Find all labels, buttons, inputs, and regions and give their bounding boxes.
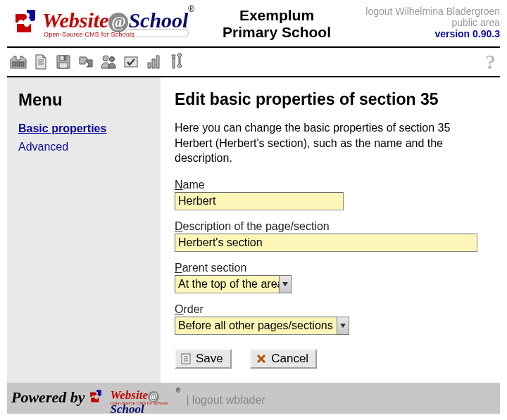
- svg-rect-14: [152, 59, 155, 68]
- svg-rect-2: [21, 62, 24, 66]
- area-link[interactable]: public area: [359, 17, 500, 28]
- svg-rect-15: [156, 56, 159, 68]
- main-content: Edit basic properties of section 35 Here…: [161, 77, 500, 383]
- powered-by-text: Powered by: [11, 388, 84, 407]
- footer-separator: |: [186, 394, 189, 408]
- sidebar-item-basic-properties[interactable]: Basic properties: [18, 122, 149, 135]
- order-select-dropdown-icon[interactable]: [337, 317, 349, 335]
- home-icon[interactable]: [8, 53, 28, 71]
- order-label: Order: [175, 303, 489, 316]
- stats-icon[interactable]: [144, 53, 163, 71]
- name-input[interactable]: [175, 192, 344, 210]
- parent-label: Parent section: [175, 262, 489, 274]
- button-row: Save Cancel: [175, 349, 489, 369]
- brand-logo[interactable]: Website@School Open-Source CMS for Schoo…: [7, 4, 194, 41]
- puzzle-icon: [13, 7, 41, 38]
- brand-subtitle: Open-Source CMS for Schools: [44, 31, 134, 38]
- svg-rect-8: [64, 56, 65, 60]
- logout-link[interactable]: logout Wilhelmina Bladergroen: [359, 6, 500, 17]
- save-small-icon: [180, 353, 192, 364]
- modules-icon[interactable]: [76, 53, 96, 71]
- page-icon[interactable]: [31, 53, 51, 71]
- parent-select[interactable]: At the top of the area: [175, 275, 279, 293]
- tools-icon[interactable]: [166, 53, 186, 71]
- registered-mark: ®: [188, 4, 194, 14]
- svg-rect-1: [17, 62, 20, 66]
- svg-rect-9: [59, 63, 68, 68]
- footer-brand-logo[interactable]: Website@School Open-Source CMS for Schoo…: [89, 387, 180, 408]
- svg-rect-16: [173, 58, 175, 68]
- intro-text: Here you can change the basic properties…: [175, 120, 477, 166]
- header: Website@School Open-Source CMS for Schoo…: [0, 0, 507, 44]
- sidebar-item-advanced[interactable]: Advanced: [18, 141, 149, 153]
- save-disk-icon[interactable]: [54, 53, 73, 71]
- header-right: logout Wilhelmina Bladergroen public are…: [359, 4, 500, 39]
- school-name-line2: Primary School: [194, 24, 359, 41]
- description-label: Description of the page/section: [175, 220, 489, 233]
- name-label: Name: [175, 179, 489, 191]
- page-title: Edit basic properties of section 35: [175, 90, 489, 109]
- version-text: version 0.90.3: [359, 28, 500, 39]
- svg-rect-0: [13, 62, 15, 66]
- cancel-x-icon: [256, 353, 267, 364]
- svg-point-11: [110, 57, 115, 62]
- save-button[interactable]: Save: [175, 349, 232, 369]
- sidebar-title: Menu: [18, 90, 149, 110]
- save-button-label: Save: [196, 352, 223, 366]
- help-icon[interactable]: ?: [485, 50, 496, 74]
- toolbar: ?: [7, 46, 500, 77]
- brand-subtitle-rule: [125, 29, 189, 37]
- puzzle-icon: [89, 388, 104, 405]
- school-name-line1: Exemplum: [194, 7, 359, 24]
- cancel-button-label: Cancel: [271, 352, 308, 366]
- users-icon[interactable]: [99, 53, 118, 71]
- config-check-icon[interactable]: [121, 53, 141, 71]
- footer: Powered by Website@School Open-Source CM…: [7, 383, 500, 414]
- svg-rect-13: [148, 63, 151, 68]
- footer-logout-link[interactable]: logout wblader: [192, 394, 265, 408]
- sidebar: Menu Basic properties Advanced: [7, 77, 161, 383]
- body: Menu Basic properties Advanced Edit basi…: [7, 77, 500, 383]
- description-input[interactable]: [175, 234, 477, 252]
- parent-select-dropdown-icon[interactable]: [279, 275, 292, 293]
- order-select[interactable]: Before all other pages/sections: [175, 317, 337, 335]
- cancel-button[interactable]: Cancel: [250, 349, 317, 369]
- svg-point-10: [103, 56, 108, 61]
- school-name: Exemplum Primary School: [194, 4, 359, 41]
